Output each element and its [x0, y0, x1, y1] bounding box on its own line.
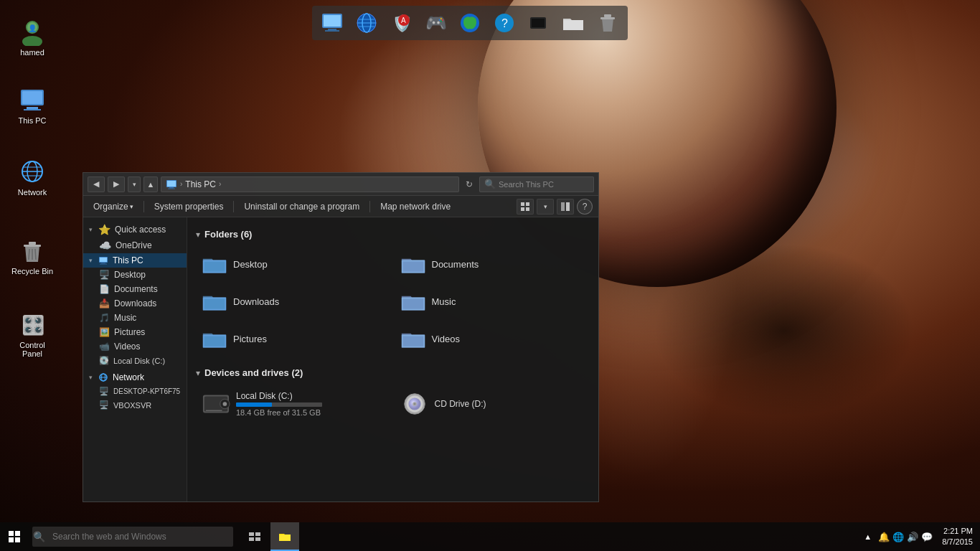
ql-help-btn[interactable]: ?	[490, 9, 519, 37]
devices-grid: Local Disk (C:) 18.4 GB free of 31.5 GB	[196, 385, 590, 423]
back-button[interactable]: ◀	[88, 176, 105, 192]
sidebar-desktop[interactable]: 🖥️ Desktop	[83, 268, 187, 282]
toggle-pane-button[interactable]	[557, 199, 574, 215]
folder-downloads[interactable]: Downloads	[196, 284, 392, 319]
quick-access-icon: ⭐	[98, 224, 110, 235]
up-button[interactable]: ▲	[143, 176, 158, 192]
tray-message-icon[interactable]: 💬	[921, 532, 933, 542]
taskbar-search-wrapper: 🔍	[29, 527, 237, 547]
uninstall-button[interactable]: Uninstall or change a program	[240, 200, 364, 213]
ql-antivirus-btn[interactable]: 🛡️ A	[387, 9, 415, 37]
folder-desktop-label: Desktop	[233, 259, 268, 270]
svg-rect-45	[526, 202, 529, 206]
cmd-separator-1	[143, 201, 144, 212]
tray-chevron[interactable]: ▲	[864, 532, 872, 541]
ql-gamepad-btn[interactable]: 🎮	[421, 9, 450, 37]
task-view-button[interactable]	[240, 522, 269, 551]
view-dropdown-button[interactable]: ▾	[537, 199, 554, 215]
sidebar-local-disk[interactable]: 💽 Local Disk (C:)	[83, 354, 187, 367]
folder-desktop[interactable]: Desktop	[196, 247, 392, 281]
sidebar-pictures[interactable]: 🖼️ Pictures	[83, 325, 187, 339]
sidebar-pc-icon	[98, 256, 108, 265]
change-view-button[interactable]	[517, 199, 534, 215]
svg-rect-82	[15, 537, 20, 542]
desktop-icon-control-panel[interactable]: 🎛️ Control Panel	[7, 307, 57, 361]
network-desktop-icon	[18, 157, 47, 186]
organize-button[interactable]: Organize ▾	[89, 200, 138, 213]
sidebar-documents[interactable]: 📄 Documents	[83, 282, 187, 296]
svg-text:👤: 👤	[28, 24, 37, 33]
desktop-icon-this-pc[interactable]: This PC	[7, 83, 57, 128]
ql-monitor-btn[interactable]	[318, 9, 347, 37]
quick-access-expand: ▾	[89, 226, 93, 233]
sidebar-music[interactable]: 🎵 Music	[83, 311, 187, 325]
desktop-icon-recycle-bin[interactable]: Recycle Bin	[7, 233, 57, 278]
sidebar-videos[interactable]: 📹 Videos	[83, 339, 187, 354]
local-disk-progress-fill	[236, 402, 272, 407]
ql-globe-btn[interactable]	[352, 9, 381, 37]
system-properties-button[interactable]: System properties	[150, 200, 228, 213]
tray-volume-icon[interactable]: 🔊	[907, 532, 918, 542]
ql-earth-btn[interactable]	[456, 9, 484, 37]
svg-rect-80	[15, 531, 20, 536]
device-local-disk-c[interactable]: Local Disk (C:) 18.4 GB free of 31.5 GB	[196, 385, 392, 423]
sidebar-desktop-kpt[interactable]: 🖥️ DESKTOP-KPT6F75	[83, 385, 187, 398]
sidebar-pictures-icon: 🖼️	[99, 327, 110, 337]
devices-expand-btn[interactable]: ▾	[196, 368, 200, 378]
this-pc-icon	[18, 85, 47, 114]
tray-notification-icon[interactable]: 🔔	[878, 532, 890, 542]
desktop-icon-network[interactable]: Network	[7, 154, 57, 199]
taskbar-search-input[interactable]	[32, 527, 233, 547]
sidebar-quick-access[interactable]: ▾ ⭐ Quick access	[83, 222, 187, 237]
device-cd-drive-d[interactable]: CD Drive (D:)	[395, 385, 590, 423]
help-button[interactable]: ?	[577, 199, 593, 215]
forward-button[interactable]: ▶	[108, 176, 125, 192]
start-button[interactable]	[0, 522, 29, 551]
folder-pictures-icon	[202, 326, 227, 352]
ql-recycle-btn[interactable]	[593, 9, 622, 37]
local-disk-progress-bar	[236, 402, 322, 407]
sidebar-network[interactable]: ▾ Network	[83, 370, 187, 385]
folder-music-icon	[400, 288, 426, 314]
folders-grid: Desktop Documents	[196, 247, 590, 356]
address-bar[interactable]: › This PC ›	[161, 176, 459, 192]
sidebar-local-disk-icon: 💽	[99, 356, 109, 365]
svg-text:A: A	[401, 17, 406, 24]
svg-rect-87	[279, 534, 291, 541]
file-explorer-taskbar-btn[interactable]	[270, 522, 299, 551]
taskbar-tray: ▲ 🔔 🌐 🔊 💬 2:21 PM 8/7/2015	[864, 526, 980, 548]
folder-desktop-icon	[202, 251, 227, 277]
nav-dropdown-button[interactable]: ▾	[128, 176, 141, 192]
user-icon: 👤	[18, 17, 47, 46]
svg-point-3	[22, 36, 42, 46]
folders-expand-btn[interactable]: ▾	[196, 230, 200, 240]
recycle-bin-label: Recycle Bin	[11, 267, 53, 276]
folder-pictures-label: Pictures	[233, 334, 267, 344]
folder-videos[interactable]: Videos	[395, 321, 590, 356]
sidebar-downloads[interactable]: 📥 Downloads	[83, 296, 187, 311]
search-box[interactable]: 🔍 Search This PC	[479, 176, 594, 192]
tray-network-icon[interactable]: 🌐	[892, 532, 904, 542]
sidebar-videos-label: Videos	[114, 342, 140, 352]
map-network-button[interactable]: Map network drive	[376, 200, 455, 213]
svg-rect-85	[249, 537, 254, 541]
svg-rect-49	[566, 202, 570, 211]
folder-pictures[interactable]: Pictures	[196, 321, 392, 356]
folder-music[interactable]: Music	[395, 284, 590, 319]
recycle-bin-icon	[18, 236, 47, 265]
sidebar-vboxsvr[interactable]: 🖥️ VBOXSVR	[83, 398, 187, 412]
refresh-button[interactable]: ↻	[462, 176, 476, 192]
tray-clock[interactable]: 2:21 PM 8/7/2015	[942, 526, 973, 548]
desktop: 👤 hamed This PC Network	[0, 0, 980, 551]
explorer-window: ◀ ▶ ▾ ▲ › This PC › ↻ 🔍 Search This PC	[83, 172, 599, 502]
desktop-icon-hamed[interactable]: 👤 hamed	[7, 14, 57, 60]
search-placeholder: Search This PC	[499, 180, 554, 189]
sidebar-this-pc[interactable]: ▾ This PC	[83, 253, 187, 268]
folder-documents[interactable]: Documents	[395, 247, 590, 281]
ql-folder2-btn[interactable]	[559, 9, 588, 37]
local-disk-name: Local Disk (C:)	[236, 391, 322, 401]
sidebar-onedrive[interactable]: ☁️ OneDrive	[83, 237, 187, 253]
svg-rect-81	[9, 537, 14, 542]
folder-documents-icon	[400, 251, 426, 277]
ql-device-btn[interactable]	[524, 9, 553, 37]
